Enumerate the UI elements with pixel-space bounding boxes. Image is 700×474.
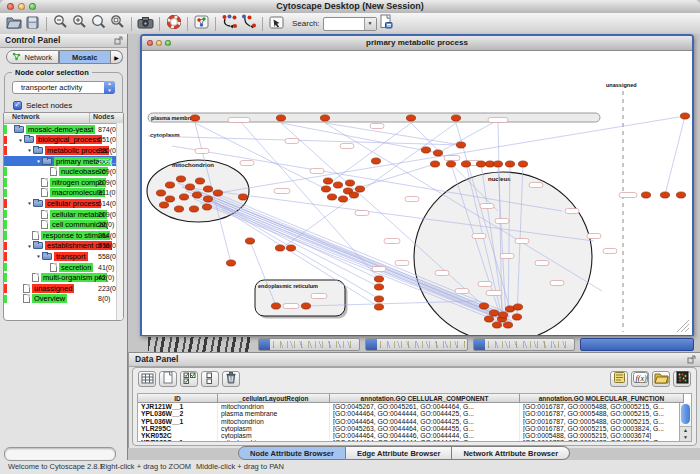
network-tree-header[interactable]: Network Nodes bbox=[4, 113, 123, 124]
layout-organic-icon bbox=[240, 14, 257, 33]
tab-node-attribute-browser[interactable]: Node Attribute Browser bbox=[238, 446, 346, 460]
column-header-1[interactable]: _cellularLayoutRegion bbox=[218, 394, 330, 403]
tree-row-cellular-metabol[interactable]: cellular metabol209(0) bbox=[4, 209, 123, 220]
graph-node bbox=[156, 190, 165, 196]
expand-triangle-icon[interactable]: ▼ bbox=[26, 243, 33, 248]
minimized-window-titlebar[interactable] bbox=[580, 338, 694, 351]
delete-attribute-button[interactable] bbox=[222, 371, 240, 387]
column-header-3[interactable]: annotation.GO MOLECULAR_FUNCTION bbox=[520, 394, 684, 403]
scrollbar-thumb[interactable] bbox=[681, 404, 690, 424]
node-label-capsule bbox=[472, 234, 486, 239]
dropdown-stepper-icon[interactable]: ▲▼ bbox=[104, 81, 115, 94]
import-attributes-button[interactable] bbox=[652, 371, 670, 387]
attribute-batch-button[interactable] bbox=[610, 371, 628, 387]
help-button[interactable] bbox=[164, 15, 183, 32]
network-column-header[interactable]: Network bbox=[4, 113, 90, 123]
tree-row-biological-process[interactable]: ▼biological_process651(0) bbox=[4, 135, 123, 146]
region-label: mitochondrion bbox=[172, 162, 214, 168]
expand-triangle-icon[interactable]: ▼ bbox=[26, 201, 33, 206]
column-header-id[interactable]: ID bbox=[138, 394, 218, 403]
table-row[interactable]: YPL036W__2plasma membrane[GO:0044464, GO… bbox=[138, 410, 691, 417]
search-input[interactable]: ▼ bbox=[323, 17, 377, 31]
table-row[interactable]: YDR039C__1mitochondrion[GO:0044464, GO:0… bbox=[138, 439, 691, 442]
tree-row-cellular-process[interactable]: ▼cellular process614(0) bbox=[4, 198, 123, 209]
network-overview-button[interactable] bbox=[192, 15, 211, 32]
minimized-view-window[interactable] bbox=[473, 338, 575, 351]
toolbar-separator bbox=[262, 17, 263, 31]
expand-triangle-icon[interactable]: ▼ bbox=[26, 148, 33, 153]
graph-node bbox=[680, 113, 689, 119]
attribute-browser: f(x) ID_cellularLayoutRegionannotation.G… bbox=[132, 367, 697, 446]
row-color-strip bbox=[4, 199, 7, 208]
tree-row-macromolecule[interactable]: macromolecule311(0) bbox=[4, 188, 123, 199]
tab-overflow-icon[interactable]: ▶ bbox=[111, 50, 123, 64]
expand-triangle-icon[interactable]: ▼ bbox=[17, 137, 24, 142]
float-panel-icon[interactable] bbox=[114, 36, 123, 49]
column-header-2[interactable]: annotation.GO CELLULAR_COMPONENT bbox=[330, 394, 520, 403]
tree-row-label: transport bbox=[54, 252, 88, 261]
save-icon bbox=[26, 15, 39, 33]
resize-grip-icon bbox=[677, 320, 689, 332]
tree-row-primary-metabol[interactable]: ▼primary metabol209(... bbox=[4, 156, 123, 167]
zoom-in-button[interactable] bbox=[70, 15, 89, 32]
layout-organic-button[interactable] bbox=[239, 15, 258, 32]
zoom-fit-button[interactable] bbox=[89, 15, 108, 32]
layout-hierarchic-button[interactable] bbox=[220, 15, 239, 32]
snapshot-button[interactable] bbox=[136, 15, 155, 32]
tree-row-transport[interactable]: ▼transport558(0) bbox=[4, 251, 123, 262]
zoom-selected-button[interactable] bbox=[108, 15, 127, 32]
tree-row-nitrogen-compo[interactable]: nitrogen compo209(0) bbox=[4, 177, 123, 188]
tree-row-establishment-of-lo[interactable]: ▼establishment of lo558(0) bbox=[4, 241, 123, 252]
tab-network[interactable]: Network bbox=[6, 50, 59, 64]
nodes-column-header[interactable]: Nodes bbox=[90, 113, 123, 123]
select-nodes-checkbox[interactable] bbox=[13, 101, 22, 110]
table-row[interactable]: YJR121W__1mitochondrion[GO:0045267, GO:0… bbox=[138, 403, 691, 410]
open-button[interactable] bbox=[4, 15, 23, 32]
select-attributes-button[interactable] bbox=[180, 371, 198, 387]
tree-row-multi-organism-pro[interactable]: multi-organism pro42(0) bbox=[4, 272, 123, 283]
search-config-button[interactable] bbox=[377, 15, 396, 32]
window-titlebar[interactable]: Cytoscape Desktop (New Session) bbox=[0, 0, 700, 14]
graph-node bbox=[320, 115, 329, 121]
graph-edge bbox=[281, 123, 438, 153]
zoom-out-button[interactable] bbox=[51, 15, 70, 32]
expand-triangle-icon[interactable]: ▼ bbox=[35, 158, 42, 163]
tree-row-unassigned[interactable]: unassigned223(0) bbox=[4, 283, 123, 294]
attribute-select-button[interactable] bbox=[138, 371, 156, 387]
tab-mosaic[interactable]: Mosaic bbox=[59, 50, 112, 64]
tree-row-secretion[interactable]: secretion41(0) bbox=[4, 262, 123, 273]
node-color-dropdown[interactable]: transporter activity ▲▼ bbox=[12, 81, 115, 94]
tree-row-response-to-stimulu[interactable]: response to stimulu264(0) bbox=[4, 230, 123, 241]
annotation-button[interactable] bbox=[267, 15, 286, 32]
table-row[interactable]: YLR295Ccytoplasm[GO:0045263, GO:0044464,… bbox=[138, 425, 691, 432]
attribute-matrix-button[interactable] bbox=[673, 371, 691, 387]
table-row[interactable]: YPL036W__1mitochondrion[GO:0044464, GO:0… bbox=[138, 418, 691, 425]
tree-scrollbar[interactable] bbox=[116, 123, 123, 320]
chevron-down-icon[interactable]: ▼ bbox=[364, 18, 376, 30]
tree-row-mosaic-demo-yeast[interactable]: mosaic-demo-yeast874(0) bbox=[4, 124, 123, 135]
graph-node bbox=[195, 178, 204, 184]
minimized-view-window[interactable] bbox=[258, 338, 360, 351]
node-label-capsule bbox=[285, 139, 299, 144]
tree-row-cell-communicat[interactable]: cell communicat22(0) bbox=[4, 219, 123, 230]
graph-node bbox=[641, 192, 650, 198]
save-button[interactable] bbox=[23, 15, 42, 32]
unselect-attributes-button[interactable] bbox=[201, 371, 219, 387]
network-view-titlebar[interactable]: primary metabolic process bbox=[142, 36, 692, 51]
table-row[interactable]: YKR052Ccytoplasm[GO:0044464, GO:0044446,… bbox=[138, 432, 691, 439]
scrollbar-arrows-icon[interactable]: ▲▼ bbox=[680, 426, 691, 441]
tab-edge-attribute-browser[interactable]: Edge Attribute Browser bbox=[346, 446, 452, 460]
network-view-frame[interactable]: primary metabolic process plasma membran… bbox=[140, 34, 694, 336]
graph-node bbox=[271, 303, 280, 309]
tree-row-overview[interactable]: Overview8(0) bbox=[4, 294, 123, 305]
new-attribute-button[interactable] bbox=[159, 371, 177, 387]
tree-row-metabolic-process[interactable]: ▼metabolic process280(0) bbox=[4, 145, 123, 156]
table-scrollbar[interactable]: ▲▼ bbox=[679, 403, 691, 441]
expand-triangle-icon[interactable]: ▼ bbox=[35, 254, 42, 259]
tree-row-nucleobase-c[interactable]: nucleobase-c209(0) bbox=[4, 166, 123, 177]
network-canvas[interactable]: plasma membranecytoplasmmitochondrionnuc… bbox=[142, 51, 692, 335]
attribute-table[interactable]: ID_cellularLayoutRegionannotation.GO CEL… bbox=[137, 393, 692, 442]
minimized-view-window[interactable] bbox=[365, 338, 467, 351]
function-builder-button[interactable]: f(x) bbox=[631, 371, 649, 387]
tab-network-attribute-browser[interactable]: Network Attribute Browser bbox=[452, 446, 570, 460]
